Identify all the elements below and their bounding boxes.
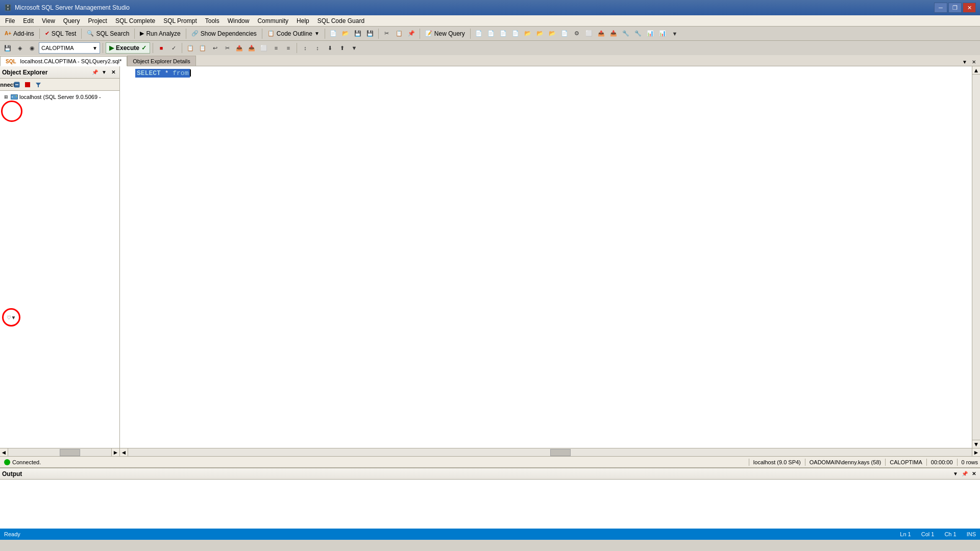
tb-icon7[interactable]: 📂 (547, 28, 558, 39)
menu-sql-complete[interactable]: SQL Complete (111, 16, 159, 26)
sql-editor-content[interactable]: SELECT * from (120, 66, 972, 448)
sql-star: * (165, 69, 173, 77)
menu-view[interactable]: View (38, 16, 59, 26)
tb-icon8[interactable]: 📄 (559, 28, 570, 39)
copy-button[interactable]: 📋 (394, 28, 405, 39)
tb2-stop-button[interactable]: ■ (156, 42, 167, 54)
tb2-icon3[interactable]: ◉ (27, 42, 38, 54)
tb2-icon-i[interactable]: ≡ (283, 42, 294, 54)
oe-close-btn[interactable]: ✕ (109, 68, 117, 77)
menu-file[interactable]: File (1, 16, 19, 26)
tb2-icon-c[interactable]: ↩ (209, 42, 220, 54)
tb-icon13[interactable]: 🔧 (620, 28, 631, 39)
oe-scroll-left[interactable]: ◄ (0, 448, 8, 457)
tab-expand-btn[interactable]: ▼ (961, 58, 969, 66)
menu-query[interactable]: Query (59, 16, 84, 26)
menu-edit[interactable]: Edit (19, 16, 38, 26)
tb2-icon-j[interactable]: ↕ (300, 42, 311, 54)
v-scroll-down-btn[interactable]: ▼ (972, 440, 981, 448)
paste-button[interactable]: 📌 (406, 28, 417, 39)
output-close-btn[interactable]: ✕ (970, 470, 978, 478)
tb2-icon-e[interactable]: 📤 (234, 42, 245, 54)
tb2-icon-m[interactable]: ⬆ (336, 42, 348, 54)
cut-button[interactable]: ✂ (381, 28, 393, 39)
tb2-parse-button[interactable]: ✓ (168, 42, 179, 54)
save-all-button[interactable]: 💾 (364, 28, 376, 39)
execute-button[interactable]: ▶ Execute ✓ (106, 42, 150, 54)
new-query-button[interactable]: 📝 New Query (423, 28, 468, 39)
menu-help[interactable]: Help (292, 16, 313, 26)
object-explorer-details-tab[interactable]: Object Explorer Details (127, 56, 196, 66)
active-tab[interactable]: SQL localhost.CALOPTIMA - SQLQuery2.sql* (0, 56, 127, 66)
st-sep1 (749, 459, 749, 466)
open-button[interactable]: 📂 (340, 28, 351, 39)
tb-icon16[interactable]: 📊 (657, 28, 668, 39)
tb2-icon-h[interactable]: ≡ (271, 42, 282, 54)
server-node[interactable]: ⊞ localhost (SQL Server 9.0.5069 - (0, 92, 119, 102)
addins-button[interactable]: A+ Add-ins (2, 28, 37, 39)
output-pin-btn[interactable]: 📌 (961, 470, 969, 478)
tb2-icon-d[interactable]: ✂ (222, 42, 233, 54)
oe-tree[interactable]: ⊞ localhost (SQL Server 9.0.5069 - (0, 91, 119, 448)
oe-pin-btn[interactable]: 📌 (91, 68, 99, 77)
h-scroll-thumb[interactable] (550, 449, 571, 456)
h-scroll-left-btn[interactable]: ◄ (120, 448, 128, 457)
close-button[interactable]: ✕ (963, 3, 976, 13)
tb2-dropdown-btn[interactable]: ▼ (349, 42, 360, 54)
tab-close-btn[interactable]: ✕ (970, 58, 978, 66)
show-deps-button[interactable]: 🔗 Show Dependencies (189, 28, 259, 39)
tb-icon9[interactable]: ⚙ (571, 28, 582, 39)
tb2-icon-a[interactable]: 📋 (185, 42, 196, 54)
toolbar2: 💾 ◈ ◉ CALOPTIMA ▼ ▶ Execute ✓ ■ ✓ 📋 📋 ↩ … (0, 41, 980, 55)
output-dropdown-btn[interactable]: ▼ (951, 470, 960, 478)
tb-icon14[interactable]: 🔧 (632, 28, 644, 39)
oe-scroll-right[interactable]: ► (111, 448, 119, 457)
tb-icon1[interactable]: 📄 (473, 28, 484, 39)
tb2-icon2[interactable]: ◈ (14, 42, 26, 54)
tb2-icon-l[interactable]: ⬇ (324, 42, 335, 54)
menu-community[interactable]: Community (253, 16, 292, 26)
sql-keyword-from: from (173, 69, 188, 77)
tb2-icon-k[interactable]: ↕ (312, 42, 323, 54)
tb-icon4[interactable]: 📄 (510, 28, 521, 39)
menu-tools[interactable]: Tools (201, 16, 224, 26)
database-dropdown[interactable]: CALOPTIMA ▼ (39, 42, 100, 54)
tb2-icon-f[interactable]: 📥 (246, 42, 257, 54)
sql-test-button[interactable]: ✔ SQL Test (42, 28, 79, 39)
tb-icon3[interactable]: 📄 (498, 28, 509, 39)
tb2-icon-b[interactable]: 📋 (197, 42, 208, 54)
menu-sql-prompt[interactable]: SQL Prompt (159, 16, 201, 26)
tb-icon6[interactable]: 📂 (534, 28, 546, 39)
text-cursor (190, 69, 191, 77)
tb-icon11[interactable]: 📤 (596, 28, 607, 39)
oe-connect-btn[interactable]: Connect ▼ (1, 80, 11, 90)
v-scroll-up-btn[interactable]: ▲ (972, 66, 981, 74)
oe-disconnect-btn[interactable] (12, 80, 22, 90)
tree-expand-icon[interactable]: ⊞ (2, 93, 10, 101)
menu-sql-code-guard[interactable]: SQL Code Guard (313, 16, 369, 26)
tb-icon12[interactable]: 📥 (608, 28, 619, 39)
tb-icon2[interactable]: 📄 (485, 28, 497, 39)
minimize-button[interactable]: ─ (934, 3, 947, 13)
oe-stop-btn[interactable] (22, 80, 33, 90)
new-button[interactable]: 📄 (328, 28, 339, 39)
tb-icon15[interactable]: 📊 (645, 28, 656, 39)
sql-search-button[interactable]: 🔍 SQL Search (84, 28, 132, 39)
tb-icon10[interactable]: ⬜ (583, 28, 595, 39)
tb2-icon1[interactable]: 💾 (2, 42, 13, 54)
heart-dropdown-icon[interactable]: ♡▼ (7, 315, 16, 320)
oe-scroll-thumb[interactable] (60, 449, 80, 456)
save-button[interactable]: 💾 (352, 28, 363, 39)
tb2-icon-g[interactable]: ⬜ (258, 42, 270, 54)
oe-filter-btn[interactable] (33, 80, 43, 90)
tb-icon5[interactable]: 📂 (522, 28, 533, 39)
code-outline-button[interactable]: 📋 Code Outline ▼ (265, 28, 322, 39)
restore-button[interactable]: ❐ (948, 3, 962, 13)
tb-dropdown-arrow[interactable]: ▼ (669, 28, 680, 39)
menu-window[interactable]: Window (224, 16, 254, 26)
menu-project[interactable]: Project (84, 16, 111, 26)
h-scroll-right-btn[interactable]: ► (972, 448, 980, 457)
run-analyze-button[interactable]: ▶ Run Analyze (137, 28, 183, 39)
content-split: Object Explorer 📌 ▼ ✕ Connect ▼ (0, 66, 980, 456)
oe-dropdown-btn[interactable]: ▼ (100, 68, 108, 77)
